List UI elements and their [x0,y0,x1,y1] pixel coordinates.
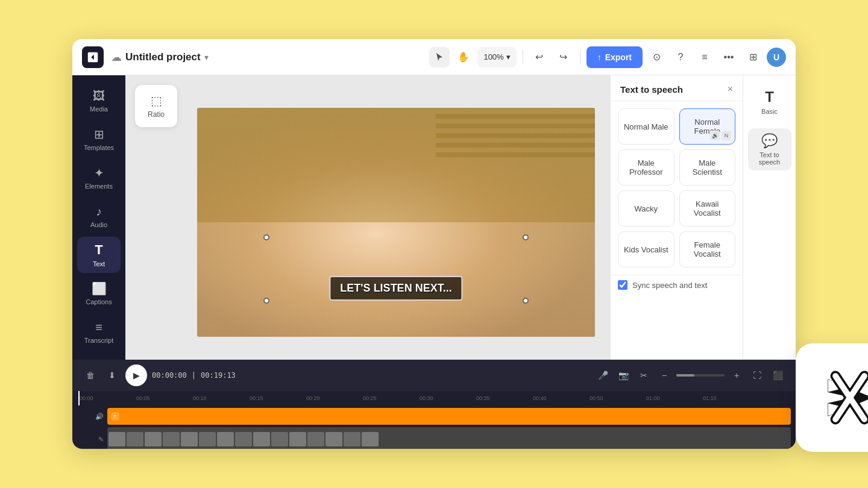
basic-icon: T [765,89,774,105]
ruler-mark-0: 00:00 [78,395,135,401]
selection-handle-tl[interactable] [263,234,269,240]
title-chevron-icon[interactable]: ▾ [204,52,209,62]
media-icon: 🖼 [93,89,105,103]
project-title-group: ☁ Untitled project ▾ [111,51,209,64]
app-window: ☁ Untitled project ▾ ✋ 100% ▾ ↩ ↪ ↑ Expo… [72,39,796,449]
rp-basic-label: Basic [761,108,778,115]
sidebar-item-captions[interactable]: ⬜ Captions [77,275,121,311]
transcript-icon: ≡ [95,321,102,334]
screen-record-button[interactable]: ⊙ [646,47,667,67]
topbar-tools: ✋ 100% ▾ ↩ ↪ ↑ Export ⊙ ? ≡ ••• ⊞ U [429,46,786,68]
hand-tool-button[interactable]: ✋ [453,47,474,67]
play-button[interactable]: ▶ [125,364,147,386]
timeline-left-controls: 🗑 ⬇ ▶ 00:00:00 | 00:19:13 [82,364,236,386]
download-button[interactable]: ⬇ [104,367,121,384]
timeline-tracks: 🔊 T ✎ [72,405,796,449]
track-edit-icon[interactable]: ✎ [98,436,104,443]
ruler-mark-10: 01:00 [645,395,702,401]
time-total: 00:19:13 [201,371,236,380]
tts-panel: Text to speech × Normal Male Normal Fema… [610,75,743,360]
topbar: ☁ Untitled project ▾ ✋ 100% ▾ ↩ ↪ ↑ Expo… [72,39,796,75]
playhead [78,391,80,405]
divider [523,50,523,64]
expand-button[interactable]: ⛶ [749,367,766,384]
sync-checkbox[interactable] [618,280,627,290]
sidebar-item-elements-label: Elements [85,183,113,190]
track-volume-icon[interactable]: 🔊 [95,413,104,421]
sidebar-item-elements[interactable]: ✦ Elements [77,160,121,196]
canvas-area: ⬚ Ratio [125,75,610,360]
zoom-out-button[interactable]: − [656,367,673,384]
zoom-chevron-icon: ▾ [506,52,511,61]
timeline-area: 🗑 ⬇ ▶ 00:00:00 | 00:19:13 🎤 📷 ✂ − + ⛶ [72,360,796,449]
templates-icon: ⊞ [94,127,104,142]
ruler-mark-2: 00:10 [192,395,248,401]
rp-item-tts[interactable]: 💬 Text to speech [748,128,791,170]
undo-button[interactable]: ↩ [529,47,550,67]
avatar[interactable]: U [767,48,786,67]
voice-card-normal-male[interactable]: Normal Male [618,108,675,145]
zoom-button[interactable]: 100% ▾ [477,47,516,67]
tts-title: Text to speech [620,84,683,95]
video-track[interactable] [107,427,791,449]
sidebar-item-text-label: Text [93,260,105,267]
mic-button[interactable]: 🎤 [594,367,611,384]
ruler-mark-1: 00:05 [135,395,192,401]
ruler-mark-4: 00:20 [305,395,362,401]
voice-card-male-professor[interactable]: Male Professor [618,149,675,186]
sidebar-item-media[interactable]: 🖼 Media [77,83,121,119]
voice-card-kawaii-vocalist[interactable]: Kawaii Vocalist [679,190,736,227]
orange-track[interactable]: T [107,408,791,425]
layout-button[interactable]: ⊞ [743,47,763,67]
voice-card-wacky[interactable]: Wacky [618,190,675,227]
more-button[interactable]: ••• [719,47,739,67]
rp-item-basic[interactable]: T Basic [748,83,791,121]
sidebar-item-templates[interactable]: ⊞ Templates [77,121,121,157]
delete-clip-button[interactable]: 🗑 [82,367,99,384]
sidebar-item-text[interactable]: T Text [77,237,121,273]
caption-mode-button[interactable]: ⬛ [769,367,786,384]
tts-close-button[interactable]: × [728,84,733,95]
time-divider: | [192,371,196,380]
sidebar-item-audio[interactable]: ♪ Audio [77,198,121,234]
selection-handle-br[interactable] [523,298,529,304]
sidebar-item-media-label: Media [90,105,108,113]
badge-speaker: 🔊 [710,131,720,140]
camera-button[interactable]: 📷 [615,367,632,384]
video-subtitle[interactable]: LET'S LISTEN NEXT... [329,276,462,301]
cursor-tool-button[interactable] [429,47,450,67]
selection-handle-bl[interactable] [263,298,269,304]
voice-card-kids-vocalist[interactable]: Kids Vocalist [618,231,675,267]
sidebar-item-templates-label: Templates [84,144,114,151]
timeline-right-controls: 🎤 📷 ✂ − + ⛶ ⬛ [594,367,786,384]
selection-handle-tr[interactable] [523,234,529,240]
sidebar-item-transcript[interactable]: ≡ Transcript [77,314,121,350]
video-frame: LET'S LISTEN NEXT... [197,108,595,337]
sidebar-item-audio-label: Audio [90,221,107,228]
ratio-icon: ⬚ [151,93,162,108]
export-button[interactable]: ↑ Export [587,46,643,68]
tts-sync-row: Sync speech and text [611,275,743,297]
timeline-ruler: 00:00 00:05 00:10 00:15 00:20 00:25 00:3… [72,391,796,405]
redo-button[interactable]: ↪ [553,47,574,67]
left-sidebar: 🖼 Media ⊞ Templates ✦ Elements ♪ Audio T… [72,75,125,360]
audio-icon: ♪ [96,205,102,219]
tts-icon: 💬 [761,133,778,149]
voice-badges: 🔊 N [710,131,731,140]
elements-icon: ✦ [94,166,104,180]
voice-card-female-vocalist[interactable]: Female Vocalist [679,231,736,267]
sidebar-item-effects[interactable]: ★ Effects [77,352,121,360]
ratio-label: Ratio [148,110,165,119]
ruler-mark-3: 00:15 [248,395,305,401]
voice-card-normal-female[interactable]: Normal Female 🔊 N [679,108,736,145]
layers-button[interactable]: ≡ [694,47,715,67]
play-icon: ▶ [133,371,140,380]
voice-card-male-scientist[interactable]: Male Scientist [679,149,736,186]
zoom-in-button[interactable]: + [728,367,745,384]
project-title: Untitled project [125,51,201,63]
video-background [197,108,595,337]
help-button[interactable]: ? [670,47,691,67]
ratio-button[interactable]: ⬚ Ratio [135,85,177,127]
cloud-icon: ☁ [111,51,122,64]
cut-button[interactable]: ✂ [635,367,652,384]
